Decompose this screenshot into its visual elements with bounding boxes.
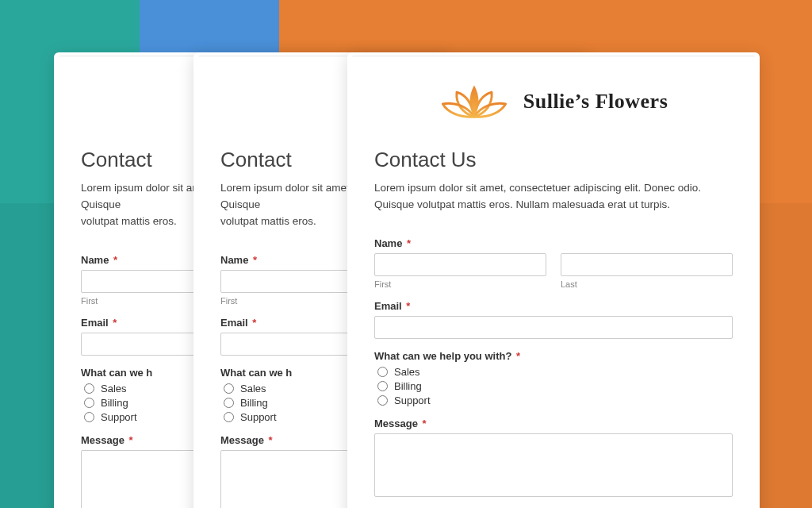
radio-sales-input[interactable] (84, 383, 94, 394)
lotus-icon (439, 78, 509, 125)
required-marker: * (113, 254, 117, 266)
help-label: What can we help you with? * (374, 350, 733, 362)
radio-billing[interactable]: Billing (377, 380, 733, 392)
name-field-group: Name * First Last (374, 237, 733, 289)
email-field-group: Email * (374, 300, 733, 339)
last-name-sublabel: Last (561, 279, 733, 289)
required-marker: * (406, 300, 410, 312)
help-field-group: What can we help you with? * Sales Billi… (374, 350, 733, 406)
form-card-variant-orange: Sullie’s Flowers Contact Us Lorem ipsum … (347, 52, 760, 508)
radio-billing-input[interactable] (377, 381, 388, 391)
radio-sales-input[interactable] (224, 383, 234, 394)
radio-support-input[interactable] (224, 412, 234, 422)
message-input[interactable] (374, 433, 733, 497)
required-marker: * (516, 350, 520, 362)
radio-sales[interactable]: Sales (377, 366, 733, 378)
required-marker: * (253, 254, 257, 266)
intro-line2: volutpat mattis eros. (81, 215, 177, 227)
message-field-group: Message * (374, 418, 733, 500)
required-marker: * (423, 418, 427, 429)
page-title: Contact Us (374, 148, 733, 172)
intro-line2: volutpat mattis eros. (220, 215, 316, 227)
first-name-sublabel: First (374, 279, 546, 289)
required-marker: * (252, 317, 256, 329)
brand-row: Sullie’s Flowers (374, 78, 733, 125)
required-marker: * (269, 434, 273, 446)
brand-name: Sullie’s Flowers (523, 90, 668, 114)
first-name-input[interactable] (374, 253, 546, 276)
message-label: Message * (374, 418, 733, 429)
radio-support-input[interactable] (377, 395, 388, 406)
radio-support[interactable]: Support (377, 394, 733, 406)
name-label: Name * (374, 237, 733, 249)
radio-support-input[interactable] (84, 412, 94, 422)
last-name-input[interactable] (561, 253, 733, 276)
required-marker: * (129, 434, 133, 446)
radio-billing-input[interactable] (84, 398, 94, 408)
email-label: Email * (374, 300, 733, 312)
required-marker: * (113, 317, 117, 329)
radio-sales-input[interactable] (377, 367, 388, 377)
intro-text: Lorem ipsum dolor sit amet, consectetuer… (374, 180, 733, 214)
required-marker: * (407, 237, 411, 249)
radio-billing-input[interactable] (224, 398, 234, 408)
email-input[interactable] (374, 316, 733, 339)
